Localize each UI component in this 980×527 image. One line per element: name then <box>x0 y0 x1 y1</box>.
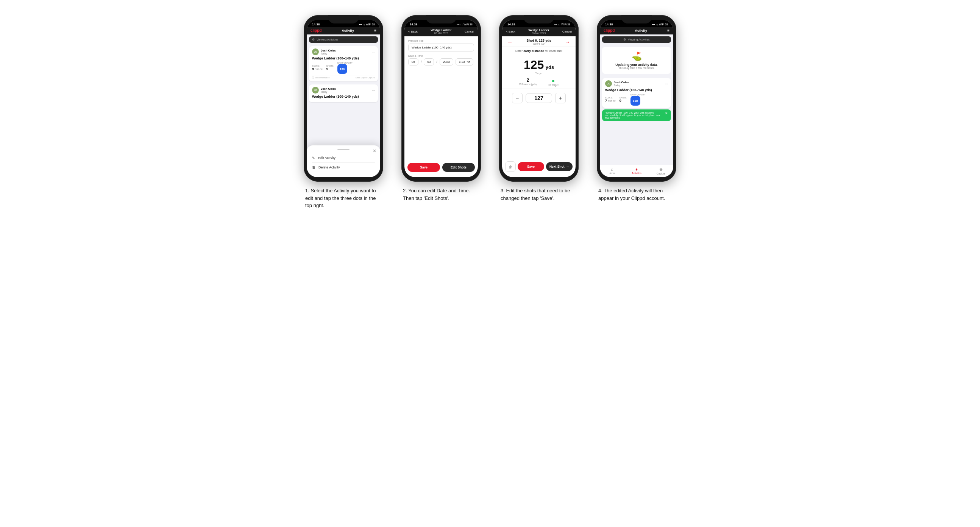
bottom-sheet-1: ✕ ✎ Edit Activity 🗑 Delete Activity <box>307 145 380 177</box>
edit-icon: ✎ <box>312 156 315 160</box>
score-group-4: Score 7 OUT OF <box>605 97 616 103</box>
p2-nav: < Back Wedge Ladder 06 Mar 2023 Cancel <box>404 27 478 37</box>
date-time-row: 06 / 03 / 2023 1:13 PM <box>408 58 474 65</box>
difference-value: 2 <box>519 78 536 83</box>
hit-target-icon: ● <box>548 78 558 84</box>
user-name-2: Josh Coles <box>321 87 336 90</box>
nav-activities[interactable]: ♦ Activities <box>624 165 649 177</box>
caption-1: 1. Select the Activity you want to edit … <box>304 187 383 210</box>
shot-distance-input[interactable] <box>526 93 552 103</box>
card-user-info-2: Josh Coles Today <box>321 87 336 93</box>
caption-4: 4. The edited Activity will then appear … <box>597 187 676 202</box>
p2-cancel-btn[interactable]: Cancel <box>465 30 474 33</box>
card-dots-2[interactable]: ··· <box>372 88 375 92</box>
distance-label: Target <box>502 72 576 75</box>
caption-2: 2. You can edit Date and Time. Then tap … <box>401 187 481 202</box>
p4-filter-icon: ⚙ <box>623 38 626 41</box>
nav-home[interactable]: ⌂ Home <box>600 165 624 177</box>
p1-logo: clippd <box>310 29 321 33</box>
user-name-1: Josh Coles <box>321 49 336 52</box>
p2-buttons: Save Edit Shots <box>407 163 475 172</box>
card-dots-1[interactable]: ··· <box>372 50 375 54</box>
card-dots-4[interactable]: ··· <box>665 82 668 86</box>
practice-title-input[interactable] <box>408 44 474 51</box>
next-shot-btn[interactable]: Next Shot → <box>546 162 573 171</box>
nav-capture[interactable]: ⊕ Capture <box>649 165 673 177</box>
user-date-2: Today <box>321 90 336 93</box>
edit-shots-button[interactable]: Edit Shots <box>442 163 475 172</box>
save-button-2[interactable]: Save <box>407 163 440 172</box>
phone-1-screen: 14:38 ▪▪▪ ↑↓ WiFi 38 clippd Activity ≡ ⚙… <box>307 20 380 177</box>
phone-2-screen: 14:38 ▪▪▪ ↑↓ WiFi 38 < Back Wedge Ladder… <box>404 20 478 177</box>
date-time-label: Date & Time <box>408 54 474 57</box>
phone-column-3: 14:39 ▪▪▪ ↑↓ WiFi 38 < Back Wedge Ladder… <box>495 15 582 202</box>
p2-nav-title: Wedge Ladder <box>431 29 451 32</box>
p3-cancel-btn[interactable]: Cancel <box>562 30 572 33</box>
toast-close-btn[interactable]: ✕ <box>665 111 668 115</box>
phone-2: 14:38 ▪▪▪ ↑↓ WiFi 38 < Back Wedge Ladder… <box>401 15 481 182</box>
delete-activity-item[interactable]: 🗑 Delete Activity <box>312 163 375 172</box>
phone-3-screen: 14:39 ▪▪▪ ↑↓ WiFi 38 < Back Wedge Ladder… <box>502 20 576 177</box>
phone-notch-3 <box>524 15 554 24</box>
user-date-4: Today <box>614 84 629 87</box>
p3-stats-row: 2 Difference (yds) ● Hit Target <box>502 75 576 89</box>
date-time[interactable]: 1:13 PM <box>455 58 474 65</box>
p3-nav-subtitle: 06 Mar 2023 <box>528 32 549 35</box>
card-header-1: JC Josh Coles Today ··· <box>312 48 375 55</box>
date-day[interactable]: 06 <box>408 58 418 65</box>
distance-value: 125 <box>524 58 544 71</box>
p3-input-row: − + <box>502 89 576 107</box>
phone-4: 14:38 ▪▪▪ ↑↓ WiFi 38 clippd Activity ≡ ⚙… <box>597 15 676 182</box>
card-activity-name-4: Wedge Ladder (100–140 yds) <box>605 88 668 92</box>
card-activity-name-1: Wedge Ladder (100–140 yds) <box>312 56 375 60</box>
activities-label: Activities <box>632 172 641 175</box>
p4-viewing-label: Viewing Activities <box>628 38 649 41</box>
user-name-4: Josh Coles <box>614 81 629 84</box>
p1-header: clippd Activity ≡ <box>307 27 380 35</box>
quality-label-1: Shot Quality <box>337 62 353 64</box>
p3-back-btn[interactable]: < Back <box>506 30 515 33</box>
prev-shot-arrow[interactable]: ← <box>508 39 513 45</box>
edit-activity-item[interactable]: ✎ Edit Activity <box>312 153 375 163</box>
phones-row: 14:38 ▪▪▪ ↑↓ WiFi 38 clippd Activity ≡ ⚙… <box>300 15 680 210</box>
card-footer-1: ⓘ Test Information Data: Clippd Capture <box>312 75 375 79</box>
status-time-4: 14:38 <box>605 23 612 26</box>
p1-viewing-bar: ⚙ Viewing Activities <box>309 37 378 43</box>
p4-menu-icon[interactable]: ≡ <box>667 29 670 33</box>
p4-title: Activity <box>635 29 648 33</box>
capture-icon: ⊕ <box>659 167 663 172</box>
status-icons-2: ▪▪▪ ↑↓ WiFi 38 <box>457 23 473 26</box>
avatar-4: JC <box>605 80 612 87</box>
difference-stat: 2 Difference (yds) <box>519 78 536 86</box>
success-toast: "Wedge Ladder (100–140 yds)" was updated… <box>602 110 671 121</box>
shots-value-1: 9 <box>326 67 334 71</box>
card-header-2: JC Josh Coles Today ··· <box>312 87 375 94</box>
p2-back-btn[interactable]: < Back <box>408 30 418 33</box>
phone-column-1: 14:38 ▪▪▪ ↑↓ WiFi 38 clippd Activity ≡ ⚙… <box>300 15 387 210</box>
sheet-handle <box>337 149 350 150</box>
phone-column-4: 14:38 ▪▪▪ ↑↓ WiFi 38 clippd Activity ≡ ⚙… <box>593 15 680 202</box>
save-button-3[interactable]: Save <box>518 162 544 171</box>
date-year[interactable]: 2023 <box>440 58 453 65</box>
p4-logo: clippd <box>604 29 614 33</box>
next-shot-arrow[interactable]: → <box>565 39 570 45</box>
p1-menu-icon[interactable]: ≡ <box>374 29 376 33</box>
activities-icon: ♦ <box>635 167 638 171</box>
p3-shot-nav: ← Shot 6, 125 yds Score 7/9 → <box>502 37 576 47</box>
delete-shot-btn[interactable]: 🗑 <box>505 161 516 172</box>
card-user-info-4: Josh Coles Today <box>614 81 629 87</box>
card-stats-4: Score 7 OUT OF Shots 9 Shot Quality <box>605 94 668 106</box>
sheet-close-btn[interactable]: ✕ <box>372 148 376 154</box>
quality-badge-4: 118 <box>630 96 640 106</box>
filter-icon: ⚙ <box>312 38 315 41</box>
activity-card-4: JC Josh Coles Today ··· Wedge Ladder (10… <box>602 78 671 108</box>
practice-title-label: Practice Title <box>408 40 474 42</box>
activity-card-2: JC Josh Coles Today ··· Wedge Ladder (10… <box>309 84 378 102</box>
increment-btn[interactable]: + <box>555 93 566 103</box>
toast-text: "Wedge Ladder (100–140 yds)" was updated… <box>605 111 663 119</box>
date-month[interactable]: 03 <box>424 58 434 65</box>
avatar-1: JC <box>312 48 319 55</box>
p3-nav-title: Wedge Ladder <box>528 29 549 32</box>
quality-badge-1: 130 <box>337 64 347 74</box>
decrement-btn[interactable]: − <box>512 93 523 103</box>
